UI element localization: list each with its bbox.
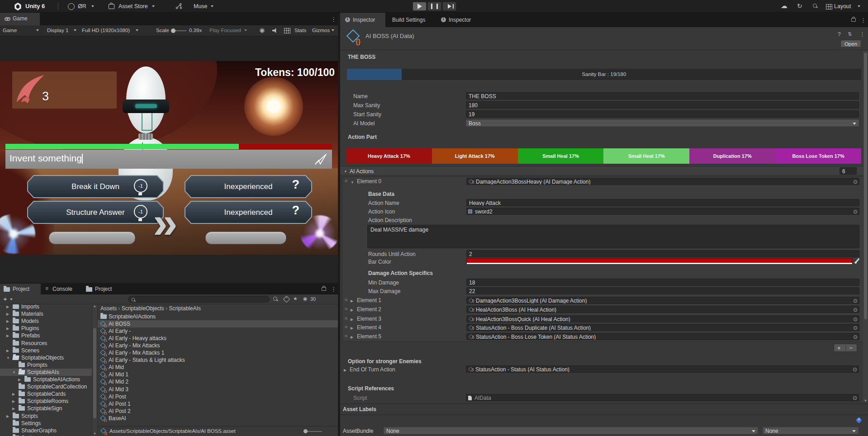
drag-handle-icon[interactable]: = <box>345 316 347 321</box>
ai-actions-row[interactable]: ▼ AI Actions 6 <box>340 166 868 175</box>
element-object-field[interactable]: HealAction3Boss (AI Heal Action)⊙ <box>466 306 859 313</box>
element-0-label[interactable]: Element 0 <box>357 178 381 185</box>
muse-menu[interactable]: Muse <box>194 3 208 9</box>
tab-project-2[interactable]: Project <box>81 284 123 294</box>
search-by-type-icon[interactable] <box>273 297 277 301</box>
file-item-baseai[interactable]: BaseAI <box>98 415 338 422</box>
foldout-open-icon[interactable]: ▼ <box>351 180 354 185</box>
object-picker-icon[interactable]: ⊙ <box>853 208 858 215</box>
drag-handle-icon[interactable]: = <box>345 324 347 330</box>
tree-item-scriptableaiactions[interactable]: ▶ScriptableAIActions <box>0 376 92 383</box>
tab-project[interactable]: Project <box>0 284 41 294</box>
inspector-scrollbar[interactable]: ▼ <box>863 51 868 403</box>
portal-right[interactable] <box>300 215 338 251</box>
element-row-element-4[interactable]: =▶Element 4StatusAction - Boss Duplicate… <box>342 324 865 332</box>
file-item-ai-post-1[interactable]: AI Post 1 <box>98 400 338 408</box>
field-max-sanity[interactable]: 180 <box>466 101 859 109</box>
game-button-structure-answer[interactable]: Structure Answer-1 <box>27 201 164 224</box>
assetbundle-variant-dropdown[interactable]: None <box>763 427 859 434</box>
element-object-field[interactable]: StatusAction - Boss Lose Token (AI Statu… <box>466 333 859 340</box>
tree-item-settings[interactable]: Settings <box>0 420 92 427</box>
file-item-ai-mid-2[interactable]: AI Mid 2 <box>98 378 338 385</box>
file-item-scriptableaiactions[interactable]: ScriptableAIActions <box>98 313 338 320</box>
hidden-packages-eye-icon[interactable]: ◉ <box>303 296 308 302</box>
tab-inspector[interactable]: Inspector <box>340 13 385 27</box>
rounds-until-action-field[interactable]: 2 <box>466 250 859 257</box>
file-item-ai-boss[interactable]: AI BOSS <box>98 320 338 327</box>
object-picker-icon[interactable]: ⊙ <box>853 306 858 313</box>
element-object-field[interactable]: HealAction3BossQuick (AI Heal Action)⊙ <box>466 315 859 322</box>
tab-build-settings[interactable]: Build Settings <box>387 13 434 27</box>
gizmos-button[interactable]: Gizmos <box>312 28 330 33</box>
asset-labels-header[interactable]: Asset Labels <box>343 406 376 412</box>
grid-toggle-icon[interactable] <box>284 28 290 33</box>
file-item-ai-mid[interactable]: AI Mid <box>98 364 338 371</box>
action-icon-field[interactable]: sword2 ⊙ <box>466 208 859 215</box>
action-segment-small-heal-17[interactable]: Small Heal 17% <box>518 148 604 164</box>
tree-foldout-closed-icon[interactable]: ▶ <box>6 305 9 309</box>
add-element-button[interactable]: + <box>837 345 841 351</box>
scrollbar-thumb[interactable] <box>864 52 867 319</box>
tree-item-shadergraphs[interactable]: ShaderGraphs <box>0 427 92 434</box>
tree-item-prefabs[interactable]: ▶Prefabs <box>0 332 92 339</box>
tree-scrollbar[interactable]: ▲ ▼ <box>92 304 98 436</box>
tree-foldout-closed-icon[interactable]: ▶ <box>6 319 9 323</box>
collab-share-icon[interactable] <box>175 3 182 9</box>
drag-handle-icon[interactable]: = <box>345 297 347 303</box>
tab-inspector-2[interactable]: Inspector <box>436 13 483 27</box>
tree-foldout-closed-icon[interactable]: ▶ <box>6 349 9 353</box>
min-damage-field[interactable]: 18 <box>466 279 859 286</box>
search-by-label-icon[interactable] <box>283 296 290 303</box>
inspector-header-menu-icon[interactable]: ⋮ <box>859 31 865 38</box>
assetbundle-dropdown[interactable]: None <box>384 427 758 434</box>
cloud-icon[interactable]: ☁ <box>781 2 787 10</box>
send-icon[interactable] <box>314 153 327 166</box>
end-of-turn-object-field[interactable]: StatusAction - Status (AI Status Action)… <box>466 365 859 373</box>
help-icon[interactable]: ? <box>838 31 841 38</box>
action-name-field[interactable]: Heavy Attack <box>466 199 859 206</box>
project-search-input[interactable] <box>128 296 270 303</box>
element-row-element-1[interactable]: =▶Element 1DamageAction3BossLight (AI Da… <box>342 297 865 305</box>
eyedropper-icon[interactable] <box>855 258 859 263</box>
element-0-object-field[interactable]: DamageAction3BossHeavy (AI Damage Action… <box>466 178 859 185</box>
tree-foldout-closed-icon[interactable]: ▶ <box>12 392 15 396</box>
tab-console[interactable]: ≡ Console <box>42 284 80 294</box>
presets-icon[interactable]: ⇅ <box>848 31 851 37</box>
tree-item-materials[interactable]: ▶Materials <box>0 310 92 318</box>
field-name[interactable]: THE BOSS <box>466 92 859 100</box>
object-picker-icon[interactable]: ⊙ <box>853 394 857 401</box>
file-item-ai-mid-1[interactable]: AI Mid 1 <box>98 371 338 378</box>
tab-game[interactable]: Game <box>0 13 40 25</box>
icon-size-slider[interactable] <box>304 431 322 432</box>
file-item-ai-early-status-light-attacks[interactable]: AI Early - Status & Light attacks <box>98 356 338 364</box>
scale-slider-knob[interactable] <box>171 28 175 33</box>
tree-foldout-closed-icon[interactable]: ▶ <box>6 334 9 338</box>
step-button[interactable] <box>442 2 456 11</box>
game-button-inexperienced[interactable]: Inexperienced? <box>185 201 312 224</box>
project-panel-menu-icon[interactable]: ⋮ <box>331 286 337 293</box>
tree-item-scriptablerooms[interactable]: ▶ScriptableRooms <box>0 398 92 405</box>
icon-size-knob[interactable] <box>304 429 308 433</box>
scroll-down-icon[interactable]: ▼ <box>864 399 867 402</box>
drag-handle-icon[interactable]: = <box>345 178 347 184</box>
save-search-star-icon[interactable]: ★ <box>293 296 298 302</box>
object-picker-icon[interactable]: ⊙ <box>853 366 857 373</box>
file-item-ai-early-mix-attacks[interactable]: AI Early - Mix Attacks <box>98 342 338 349</box>
max-damage-field[interactable]: 22 <box>466 287 859 294</box>
lock-icon[interactable] <box>851 18 856 22</box>
play-focused-dropdown[interactable]: Play Focused <box>209 28 241 33</box>
tree-foldout-closed-icon[interactable]: ▶ <box>6 414 9 418</box>
next-turn-button[interactable]: » <box>153 198 189 252</box>
stats-button[interactable]: Stats <box>294 28 306 33</box>
tree-item-scriptableais[interactable]: ▼ScriptableAIs <box>0 369 92 376</box>
tree-foldout-closed-icon[interactable]: ▶ <box>12 407 15 411</box>
object-picker-icon[interactable]: ⊙ <box>853 333 858 340</box>
game-button-inexperienced[interactable]: Inexperienced? <box>185 175 312 198</box>
scale-slider[interactable] <box>172 30 186 31</box>
bar-color-swatch[interactable] <box>466 258 853 265</box>
tree-item-scriptablecardcollection[interactable]: ScriptableCardCollection <box>0 383 92 390</box>
foldout-closed-icon[interactable]: ▶ <box>351 308 353 312</box>
lock-icon[interactable] <box>322 287 326 291</box>
tree-item-scriptablesign[interactable]: ▶ScriptableSign <box>0 405 92 412</box>
mute-audio-icon[interactable] <box>272 28 278 33</box>
